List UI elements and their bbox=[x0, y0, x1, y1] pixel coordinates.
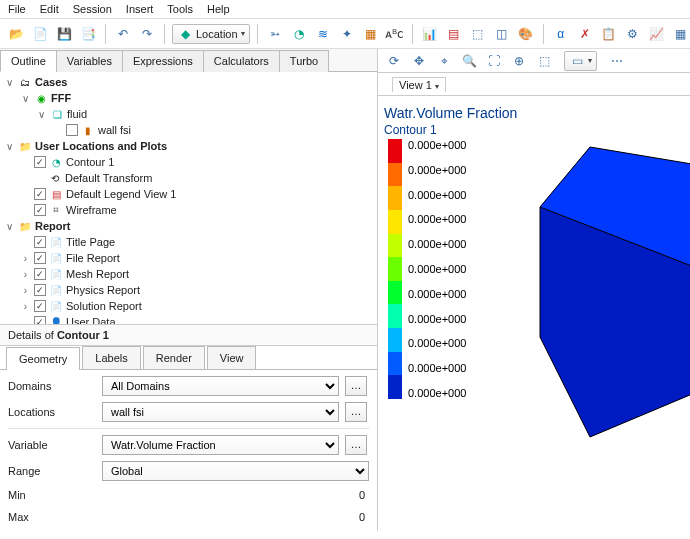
variable-more-button[interactable]: … bbox=[345, 435, 367, 455]
tab-expressions[interactable]: Expressions bbox=[122, 50, 204, 72]
geometry-form: Domains All Domains … Locations wall fsi… bbox=[0, 370, 377, 531]
pan-icon[interactable]: ✥ bbox=[409, 52, 429, 70]
tree-file-report[interactable]: File Report bbox=[66, 252, 120, 264]
checkbox[interactable]: ✓ bbox=[34, 188, 46, 200]
vector-icon[interactable]: ➳ bbox=[265, 25, 285, 43]
detail-tab-render[interactable]: Render bbox=[143, 346, 205, 369]
checkbox[interactable]: ✓ bbox=[34, 156, 46, 168]
select-icon[interactable]: ⬚ bbox=[534, 52, 554, 70]
tree-title-page[interactable]: Title Page bbox=[66, 236, 115, 248]
tree-physics-report[interactable]: Physics Report bbox=[66, 284, 140, 296]
rotate-icon[interactable]: ⟳ bbox=[384, 52, 404, 70]
viewport-pane: ⟳ ✥ ⌖ 🔍 ⛶ ⊕ ⬚ ▭▾ ⋯ View 1 ▾ Watr.Volume … bbox=[378, 49, 690, 531]
domains-more-button[interactable]: … bbox=[345, 376, 367, 396]
range-select[interactable]: Global bbox=[102, 461, 369, 481]
redo-button[interactable]: ↷ bbox=[137, 25, 157, 43]
checkbox[interactable]: ✓ bbox=[34, 316, 46, 325]
detail-tab-labels[interactable]: Labels bbox=[82, 346, 140, 369]
menu-file[interactable]: File bbox=[8, 3, 26, 15]
turbo-icon[interactable]: ⚙ bbox=[623, 25, 643, 43]
twist-icon[interactable]: ∨ bbox=[4, 77, 15, 88]
viewport-canvas[interactable]: Watr.Volume Fraction Contour 1 0.000e+00… bbox=[378, 97, 690, 531]
menu-insert[interactable]: Insert bbox=[126, 3, 154, 15]
tree-default-transform[interactable]: Default Transform bbox=[65, 172, 152, 184]
contour-icon: ◔ bbox=[49, 155, 63, 169]
locations-select[interactable]: wall fsi bbox=[102, 402, 339, 422]
volume-icon[interactable]: ▦ bbox=[361, 25, 381, 43]
tree-user-data[interactable]: User Data bbox=[66, 316, 116, 325]
checkbox[interactable] bbox=[66, 124, 78, 136]
tree-fluid[interactable]: fluid bbox=[67, 108, 87, 120]
view-tabstrip: View 1 ▾ bbox=[378, 73, 690, 96]
load-results-icon[interactable]: 📂 bbox=[6, 25, 26, 43]
tab-calculators[interactable]: Calculators bbox=[203, 50, 280, 72]
more-view-icon[interactable]: ⋯ bbox=[607, 52, 627, 70]
checkbox[interactable]: ✓ bbox=[34, 300, 46, 312]
twist-icon[interactable]: ∨ bbox=[4, 141, 15, 152]
tree-mesh-report[interactable]: Mesh Report bbox=[66, 268, 129, 280]
calc2-icon[interactable]: 📋 bbox=[599, 25, 619, 43]
checkbox[interactable]: ✓ bbox=[34, 284, 46, 296]
twist-icon[interactable]: › bbox=[20, 253, 31, 264]
variable-icon[interactable]: α bbox=[551, 25, 571, 43]
page-icon: 📄 bbox=[49, 267, 63, 281]
palette-icon[interactable]: 🎨 bbox=[516, 25, 536, 43]
twist-icon[interactable]: ∨ bbox=[20, 93, 31, 104]
calc-icon[interactable]: 📊 bbox=[420, 25, 440, 43]
checkbox[interactable]: ✓ bbox=[34, 236, 46, 248]
tree-fff[interactable]: FFF bbox=[51, 92, 71, 104]
tab-variables[interactable]: Variables bbox=[56, 50, 123, 72]
twist-icon[interactable]: › bbox=[20, 285, 31, 296]
save-state-icon[interactable]: 📑 bbox=[78, 25, 98, 43]
label-domains: Domains bbox=[8, 380, 96, 392]
table-icon[interactable]: ▦ bbox=[671, 25, 690, 43]
twist-icon[interactable]: ∨ bbox=[36, 109, 47, 120]
particle-icon[interactable]: ✦ bbox=[337, 25, 357, 43]
menu-help[interactable]: Help bbox=[207, 3, 230, 15]
legend-icon[interactable]: ▤ bbox=[444, 25, 464, 43]
outline-tree[interactable]: ∨🗂Cases ∨◉FFF ∨❏fluid ·▮wall fsi ∨📁User … bbox=[0, 72, 377, 325]
menu-edit[interactable]: Edit bbox=[40, 3, 59, 15]
twist-icon[interactable]: › bbox=[20, 301, 31, 312]
expr-icon[interactable]: ✗ bbox=[575, 25, 595, 43]
chart-icon[interactable]: 📈 bbox=[647, 25, 667, 43]
tree-solution-report[interactable]: Solution Report bbox=[66, 300, 142, 312]
page-icon: 📄 bbox=[49, 299, 63, 313]
checkbox[interactable]: ✓ bbox=[34, 268, 46, 280]
twist-icon[interactable]: ∨ bbox=[4, 221, 15, 232]
tree-contour1[interactable]: Contour 1 bbox=[66, 156, 114, 168]
view-tab-1[interactable]: View 1 ▾ bbox=[392, 77, 446, 92]
save-icon[interactable]: 💾 bbox=[54, 25, 74, 43]
streamline-icon[interactable]: ≋ bbox=[313, 25, 333, 43]
text-icon[interactable]: ᴀᴮᴄ bbox=[385, 25, 405, 43]
tab-turbo[interactable]: Turbo bbox=[279, 50, 329, 72]
fit-icon[interactable]: ⛶ bbox=[484, 52, 504, 70]
tree-wireframe[interactable]: Wireframe bbox=[66, 204, 117, 216]
contour-icon[interactable]: ◔ bbox=[289, 25, 309, 43]
variable-select[interactable]: Watr.Volume Fraction bbox=[102, 435, 339, 455]
tree-wall-fsi[interactable]: wall fsi bbox=[98, 124, 131, 136]
zoom-in-icon[interactable]: ⊕ bbox=[509, 52, 529, 70]
domains-select[interactable]: All Domains bbox=[102, 376, 339, 396]
tree-report[interactable]: Report bbox=[35, 220, 70, 232]
tree-default-legend[interactable]: Default Legend View 1 bbox=[66, 188, 177, 200]
undo-button[interactable]: ↶ bbox=[113, 25, 133, 43]
highlight-dropdown[interactable]: ▭▾ bbox=[564, 51, 597, 71]
detail-tab-view[interactable]: View bbox=[207, 346, 257, 369]
locations-more-button[interactable]: … bbox=[345, 402, 367, 422]
zoom-icon[interactable]: 🔍 bbox=[459, 52, 479, 70]
twist-icon[interactable]: › bbox=[20, 269, 31, 280]
instance-icon[interactable]: ⬚ bbox=[468, 25, 488, 43]
menu-session[interactable]: Session bbox=[73, 3, 112, 15]
tree-cases[interactable]: Cases bbox=[35, 76, 67, 88]
checkbox[interactable]: ✓ bbox=[34, 252, 46, 264]
detail-tab-geometry[interactable]: Geometry bbox=[6, 347, 80, 370]
clip-icon[interactable]: ◫ bbox=[492, 25, 512, 43]
load-state-icon[interactable]: 📄 bbox=[30, 25, 50, 43]
checkbox[interactable]: ✓ bbox=[34, 204, 46, 216]
tab-outline[interactable]: Outline bbox=[0, 50, 57, 72]
location-dropdown[interactable]: ◆ Location ▾ bbox=[172, 24, 250, 44]
tree-user-locations[interactable]: User Locations and Plots bbox=[35, 140, 167, 152]
zoom-box-icon[interactable]: ⌖ bbox=[434, 52, 454, 70]
menu-tools[interactable]: Tools bbox=[167, 3, 193, 15]
